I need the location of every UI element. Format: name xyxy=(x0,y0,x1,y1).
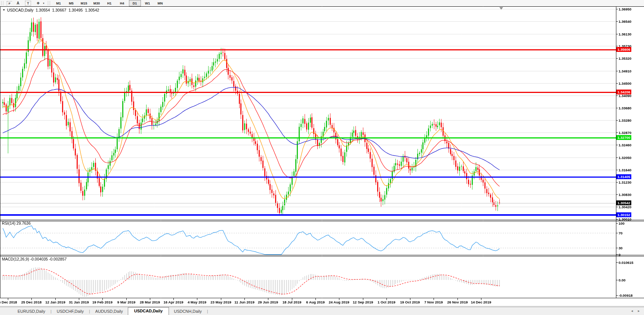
rsi-indicator-label: RSI(14) 29.7636 xyxy=(2,221,31,225)
date-axis-label[interactable]: 7 Nov 2019 xyxy=(424,300,443,304)
line-price-label: 1.31405 xyxy=(616,174,631,179)
date-axis-label[interactable]: 11 Jun 2019 xyxy=(234,300,254,304)
date-axis-label[interactable]: 28 Mar 2019 xyxy=(140,300,160,304)
line-price-label: 1.30152 xyxy=(616,212,631,217)
timeframe-button-m5[interactable]: M5 xyxy=(65,0,77,6)
date-axis-label[interactable]: 19 Feb 2019 xyxy=(92,300,113,304)
timeframe-button-m1[interactable]: M1 xyxy=(53,0,65,6)
price-tick-label: 1.32870 xyxy=(619,131,631,135)
draw-text-label-tool-button[interactable]: T xyxy=(25,1,31,6)
tab-separator: | xyxy=(207,309,209,315)
rsi-scale-label: 100 xyxy=(619,221,625,225)
price-tick-label: 1.35320 xyxy=(619,56,631,60)
tab-eurusd[interactable]: EURUSD,Daily xyxy=(13,308,50,315)
arrows-dropdown-caret[interactable]: ▾ xyxy=(43,2,44,5)
date-axis-label[interactable]: 31 Jan 2019 xyxy=(69,300,89,304)
tab-scroll-arrows: ◄ ► xyxy=(628,309,640,313)
tab-audusd[interactable]: AUDUSD,Daily xyxy=(90,308,128,315)
chart-collapse-icon[interactable]: ▼ xyxy=(3,9,5,11)
chart-title: ▼USDCAD,Daily1.305541.306671.304951.3054… xyxy=(3,8,101,12)
date-axis-label[interactable]: 1 Oct 2019 xyxy=(378,300,395,304)
ohlc-close: 1.30542 xyxy=(85,8,99,12)
draw-text-tool-button[interactable]: A xyxy=(14,1,22,6)
timeframe-button-m15[interactable]: M15 xyxy=(78,0,90,6)
tab-usdcnh[interactable]: USDCNH,Daily xyxy=(169,308,207,315)
timeframe-button-h1[interactable]: H1 xyxy=(104,0,115,6)
macd-indicator-label: MACD(12,26,9) -0.004035 -0.002857 xyxy=(2,257,67,261)
arrows-tool-button[interactable]: ❖ xyxy=(34,1,42,6)
rsi-scale-label: 0 xyxy=(619,253,620,257)
date-axis-label[interactable]: 4 May 2019 xyxy=(188,300,206,304)
macd-scale-label: 0.010615 xyxy=(619,261,634,265)
price-tick-label: 1.32460 xyxy=(619,143,631,147)
ohlc-high: 1.30667 xyxy=(52,8,67,12)
date-axis-label[interactable]: 14 Dec 2019 xyxy=(471,300,491,304)
toolbar: FAT❖▾ M1M5M15M30H1H4D1W1MN xyxy=(0,0,644,6)
toolbar-drag-handle-2[interactable] xyxy=(48,1,50,5)
date-axis-label[interactable]: 24 Aug 2019 xyxy=(329,300,349,304)
price-tick-label: 1.36130 xyxy=(619,32,631,36)
price-tick-label: 1.30420 xyxy=(619,205,631,209)
price-tick-label: 1.30010 xyxy=(619,217,631,221)
date-axis-label[interactable]: 18 Jul 2019 xyxy=(283,300,302,304)
price-tick-label: 1.32050 xyxy=(619,156,631,160)
chart-tab-bar: EURUSD,Daily|USDCHF,Daily|AUDUSD,DailyUS… xyxy=(0,307,644,315)
rsi-scale-label: 70 xyxy=(619,231,623,235)
date-axis-label[interactable]: 6 Dec 2018 xyxy=(0,300,17,304)
price-tick-label: 1.34910 xyxy=(619,69,631,73)
price-tick-label: 1.33680 xyxy=(619,106,631,110)
date-axis-label[interactable]: 6 Aug 2019 xyxy=(306,300,325,304)
date-axis-label[interactable]: 12 Jan 2019 xyxy=(45,300,65,304)
timeframe-button-d1[interactable]: D1 xyxy=(129,0,141,6)
macd-scale-label: -0.00918 xyxy=(619,293,633,297)
line-studies-group: FAT❖▾ xyxy=(6,1,47,6)
timeframe-button-w1[interactable]: W1 xyxy=(142,0,154,6)
rsi-scale-label: 30 xyxy=(619,246,623,250)
chart-shift-marker[interactable] xyxy=(499,7,503,10)
date-axis-label[interactable]: 9 Mar 2019 xyxy=(117,300,136,304)
macd-scale-label: 0.00 xyxy=(619,278,626,282)
tab-usdchf[interactable]: USDCHF,Daily xyxy=(52,308,89,315)
timeframe-button-mn[interactable]: MN xyxy=(154,0,166,6)
price-tick-label: 1.34500 xyxy=(619,81,631,85)
date-axis-label[interactable]: 26 Nov 2019 xyxy=(447,300,468,304)
price-tick-label: 1.36950 xyxy=(619,7,631,11)
current-price-label: 1.30542 xyxy=(616,200,631,205)
line-price-label: 1.34206 xyxy=(616,90,631,94)
date-axis-label[interactable]: 23 May 2019 xyxy=(210,300,231,304)
date-axis-label[interactable]: 25 Dec 2018 xyxy=(21,300,41,304)
ohlc-open: 1.30554 xyxy=(36,8,50,12)
date-axis-label[interactable]: 29 Jun 2019 xyxy=(258,300,278,304)
date-axis-label[interactable]: 12 Sep 2019 xyxy=(353,300,373,304)
price-chart-canvas[interactable] xyxy=(0,0,644,315)
toolbar-drag-handle[interactable] xyxy=(1,1,3,5)
ohlc-low: 1.30495 xyxy=(68,8,83,12)
timeframe-button-h4[interactable]: H4 xyxy=(116,0,128,6)
price-tick-label: 1.36540 xyxy=(619,19,631,24)
tab-scroll-right-button[interactable]: ► xyxy=(637,309,640,313)
line-price-label: 1.35606 xyxy=(616,47,631,52)
price-tick-label: 1.30830 xyxy=(619,193,631,197)
timeframe-button-m30[interactable]: M30 xyxy=(91,0,103,6)
timeframes-group: M1M5M15M30H1H4D1W1MN xyxy=(52,0,167,6)
chart-symbol-period: USDCAD,Daily xyxy=(7,8,34,12)
price-tick-label: 1.33280 xyxy=(619,118,631,122)
price-tick-label: 1.31640 xyxy=(619,168,631,172)
date-axis-label[interactable]: 16 Apr 2019 xyxy=(164,300,184,304)
price-tick-label: 1.31230 xyxy=(619,180,631,184)
line-price-label: 1.32700 xyxy=(616,135,631,140)
date-axis-label[interactable]: 19 Oct 2019 xyxy=(400,300,420,304)
fibonacci-retracement-tool-button[interactable]: F xyxy=(7,1,12,6)
tab-usdcad[interactable]: USDCAD,Daily xyxy=(128,307,169,315)
tab-scroll-left-button[interactable]: ◄ xyxy=(631,309,634,313)
